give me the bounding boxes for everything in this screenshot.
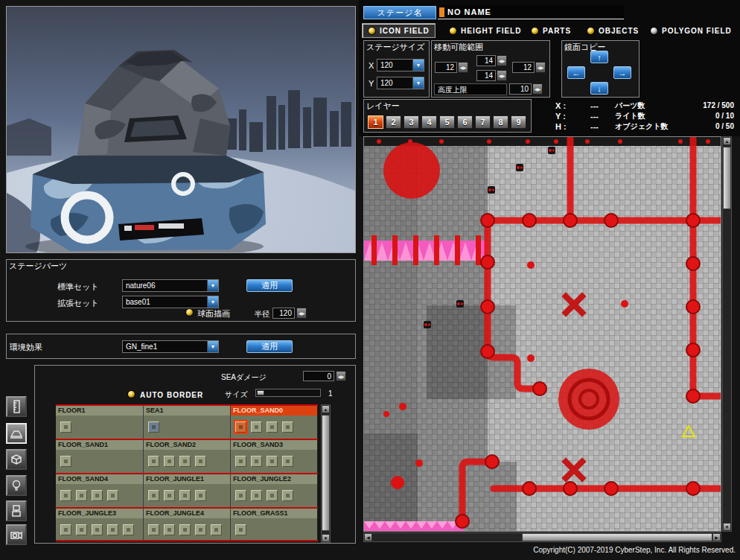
map-canvas[interactable] [363,136,721,532]
tab-parts[interactable]: PARTS [526,23,576,38]
layer-button-6[interactable]: 6 [457,115,473,129]
mirror-down-button[interactable]: ↓ [590,82,608,95]
tile-swatch[interactable] [282,421,293,433]
horizontal-scroll-thumb[interactable] [522,533,712,541]
camera-tool-button[interactable] [6,524,27,545]
size-slider-thumb[interactable] [257,390,264,395]
layer-button-5[interactable]: 5 [439,115,455,129]
parts-box-tool-button[interactable] [6,449,27,470]
range-left-spinner[interactable]: ◀▶ [458,62,468,73]
tile-swatch[interactable] [164,490,175,501]
apply-environment-button[interactable]: 適用 [246,340,293,353]
palette-scrollbar[interactable]: ▲ ▼ [321,404,331,543]
tile-set-floor-jungle2[interactable]: FLOOR_JUNGLE2 [230,474,317,507]
tile-set-floor-sand4[interactable]: FLOOR_SAND4 [56,474,143,507]
tile-swatch[interactable] [179,490,191,501]
layer-button-2[interactable]: 2 [386,115,401,129]
range-top-spinner[interactable]: ◀▶ [497,55,507,66]
size-slider[interactable] [255,389,321,397]
tile-set-sea1[interactable]: SEA1 [143,406,230,439]
tile-swatch[interactable] [164,456,175,467]
range-bottom-spinner[interactable]: ◀▶ [497,70,507,81]
tile-swatch[interactable] [267,490,278,501]
chevron-down-icon[interactable]: ▼ [412,60,424,71]
tile-swatch[interactable] [164,524,175,535]
stage-size-y-dropdown[interactable]: 120 ▼ [377,77,424,89]
tile-swatch[interactable] [92,490,103,501]
layer-button-3[interactable]: 3 [404,115,419,129]
tile-swatch[interactable] [251,456,262,467]
altitude-spinner[interactable]: ◀▶ [532,83,543,95]
tile-swatch[interactable] [251,421,262,433]
tile-set-floor-sand3[interactable]: FLOOR_SAND3 [230,440,317,473]
auto-border-radio-icon[interactable] [127,390,135,398]
vertical-scroll-thumb[interactable] [723,147,731,209]
mirror-up-button[interactable]: ↑ [590,51,608,63]
light-tool-button[interactable] [6,475,27,496]
tile-swatch[interactable] [235,490,246,501]
scroll-up-button[interactable]: ▲ [723,137,731,145]
range-top-value[interactable]: 14 [476,55,496,66]
palette-scroll-thumb[interactable] [322,415,330,531]
range-left-value[interactable]: 12 [435,62,457,73]
scroll-up-button[interactable]: ▲ [322,405,330,413]
layer-button-1[interactable]: 1 [368,115,383,129]
scroll-right-button[interactable]: ▶ [712,533,721,541]
tile-swatch[interactable] [76,524,87,535]
tile-swatch[interactable] [195,456,206,467]
sea-damage-spinner[interactable]: ◀▶ [336,371,346,381]
tile-swatch[interactable] [282,490,293,501]
auto-border-label[interactable]: AUTO BORDER [140,391,203,399]
ruler-tool-button[interactable] [6,396,27,417]
tile-swatch[interactable] [179,524,191,535]
layer-button-9[interactable]: 9 [511,115,526,129]
tile-swatch[interactable] [267,456,278,467]
tile-set-floor-jungle1[interactable]: FLOOR_JUNGLE1 [143,474,230,507]
tile-swatch[interactable] [251,490,262,501]
stage-size-x-dropdown[interactable]: 120 ▼ [377,59,424,71]
range-bottom-value[interactable]: 14 [476,70,496,81]
radius-value[interactable]: 120 [272,308,295,319]
range-right-value[interactable]: 12 [512,62,535,73]
tab-height-field[interactable]: HEIGHT FIELD [444,23,526,38]
standard-set-dropdown[interactable]: nature06 ▼ [122,279,219,292]
floor-tool-button[interactable] [6,423,27,444]
layer-button-8[interactable]: 8 [493,115,508,129]
tile-swatch[interactable] [195,524,206,535]
chevron-down-icon[interactable]: ▼ [412,77,424,89]
sea-damage-value[interactable]: 0 [303,371,334,381]
tab-icon-field[interactable]: ICON FIELD [362,23,436,38]
tile-swatch[interactable] [148,456,159,467]
tile-swatch[interactable] [123,524,134,535]
scroll-left-button[interactable]: ◀ [364,533,372,541]
tile-swatch[interactable] [148,524,159,535]
tile-swatch[interactable] [148,490,159,501]
tab-objects[interactable]: OBJECTS [581,23,644,38]
tile-set-floor-sand2[interactable]: FLOOR_SAND2 [143,440,230,473]
map-vertical-scrollbar[interactable]: ▲ ▼ [722,136,732,532]
altitude-value[interactable]: 10 [509,83,532,95]
tile-swatch[interactable] [60,456,71,467]
tile-swatch[interactable] [267,421,278,433]
sphere-draw-label[interactable]: 球面描画 [197,308,230,319]
tab-polygon-field[interactable]: POLYGON FIELD [645,23,737,38]
tile-swatch[interactable] [211,524,222,535]
chevron-down-icon[interactable]: ▼ [207,296,218,308]
tile-set-floor-jungle4[interactable]: FLOOR_JUNGLE4 [143,509,230,540]
environment-dropdown[interactable]: GN_fine1 ▼ [122,340,219,353]
extended-set-dropdown[interactable]: base01 ▼ [122,296,219,308]
layer-button-7[interactable]: 7 [475,115,491,129]
tile-swatch[interactable] [92,524,103,535]
scroll-down-button[interactable]: ▼ [322,534,330,542]
tile-swatch[interactable] [195,490,206,501]
tile-swatch[interactable] [60,490,71,501]
tile-swatch[interactable] [148,421,159,433]
apply-standard-button[interactable]: 適用 [246,279,293,292]
3d-preview-viewport[interactable] [6,6,356,253]
tile-set-floor-jungle3[interactable]: FLOOR_JUNGLE3 [56,509,143,540]
tile-swatch[interactable] [76,490,87,501]
chevron-down-icon[interactable]: ▼ [207,341,218,352]
sphere-draw-radio-icon[interactable] [185,308,194,316]
robot-tool-button[interactable] [6,500,27,521]
tile-swatch[interactable] [235,456,246,467]
